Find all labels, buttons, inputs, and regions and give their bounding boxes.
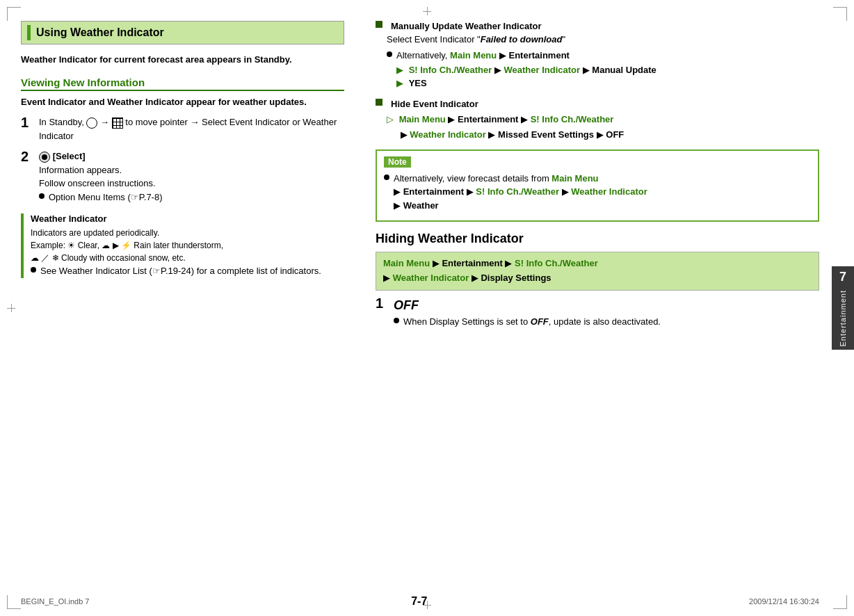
manually-ent: Entertainment <box>509 50 570 60</box>
tab-number: 7 <box>839 270 846 284</box>
hiding-bullet-text: When Display Settings is set to OFF, upd… <box>403 315 661 329</box>
left-column: Using Weather Indicator Weather Indicato… <box>21 21 355 588</box>
manually-mu: Manual Update <box>592 65 656 75</box>
hide-arrow5: ▶ <box>597 129 606 140</box>
page-container: 7 Entertainment Using Weather Indicator … <box>0 0 854 616</box>
manually-title: Manually Update Weather Indicator <box>391 21 541 31</box>
footer-right: 2009/12/14 16:30:24 <box>749 597 819 606</box>
note-bullet-dot <box>384 175 389 180</box>
manually-si: S! Info Ch./Weather <box>409 65 492 75</box>
note-label: Note <box>384 156 411 168</box>
hiding-arrow4: ▶ <box>472 273 481 283</box>
hiding-mm: Main Menu <box>383 258 430 268</box>
off-label: OFF <box>394 296 819 315</box>
right-column: Manually Update Weather Indicator Select… <box>369 21 819 588</box>
note-mm: Main Menu <box>551 173 598 184</box>
hide-tri-1: ▷ <box>387 114 394 124</box>
hide-off: OFF <box>606 129 624 140</box>
hiding-arrow3: ▶ <box>383 273 393 283</box>
step-2-label: [Select] <box>39 149 344 163</box>
step-2-select-label: [Select] <box>53 151 86 161</box>
corner-br <box>833 595 847 609</box>
weather-bullet-dot <box>31 267 36 273</box>
hide-wi: Weather Indicator <box>410 129 486 140</box>
note-si: S! Info Ch./Weather <box>476 186 559 197</box>
failed-text: Failed to download <box>481 34 563 44</box>
weather-box-bullet: See Weather Indicator List (☞P.19-24) fo… <box>31 264 344 278</box>
step-2-line2: Follow onscreen instructions. <box>39 177 344 191</box>
manually-sub: Select Event Indicator "Failed to downlo… <box>376 34 819 44</box>
hiding-ent: Entertainment <box>442 258 502 268</box>
hide-arrow1: ▶ <box>448 114 458 124</box>
step-2-bullet: Option Menu Items (☞P.7-8) <box>39 191 344 204</box>
hiding-si: S! Info Ch./Weather <box>515 258 598 268</box>
note-bullet-content: Alternatively, view forecast details fro… <box>394 172 647 213</box>
footer-left: BEGIN_E_OI.indb 7 <box>21 597 89 606</box>
corner-tr <box>833 7 847 21</box>
hiding-arrow1: ▶ <box>433 258 442 268</box>
hiding-wi: Weather Indicator <box>393 273 469 283</box>
hide-arrow3: ▶ <box>401 129 410 140</box>
hide-ent: Entertainment <box>458 114 518 124</box>
page-number: 7-7 <box>411 595 427 608</box>
sq-bullet-manually <box>376 21 382 28</box>
hiding-step-number: 1 <box>376 296 388 332</box>
note-arrow2: ▶ <box>467 186 476 197</box>
step-1-text: In Standby, → to move pointer → Select E… <box>39 117 337 141</box>
weather-box-line3: ☁ ／ ❄ Cloudy with occasional snow, etc. <box>31 252 344 264</box>
manually-arrow4: ▶ <box>583 65 593 75</box>
weather-box-line2: Example: ☀ Clear, ☁ ▶ ⚡ Rain later thund… <box>31 239 344 252</box>
hide-mes: Missed Event Settings <box>498 129 594 140</box>
note-weather: Weather <box>403 200 439 211</box>
manually-bullet-dot <box>387 51 392 57</box>
step-1-number: 1 <box>21 115 33 143</box>
step-2-line1: Information appears. <box>39 163 344 177</box>
content-area: Using Weather Indicator Weather Indicato… <box>21 21 819 588</box>
corner-tl <box>7 7 21 21</box>
hide-title: Hide Event Indicator <box>391 99 478 109</box>
select-icon <box>39 152 50 163</box>
sq-bullet-hide <box>376 99 382 106</box>
spacer1 <box>376 93 819 99</box>
note-bullet: Alternatively, view forecast details fro… <box>384 172 811 213</box>
hide-header-row: Hide Event Indicator <box>376 99 819 109</box>
hiding-path-box: Main Menu ▶ Entertainment ▶ S! Info Ch./… <box>376 252 819 291</box>
step-1: 1 In Standby, → to move pointer → Select… <box>21 115 344 143</box>
viewing-heading: Viewing New Information <box>21 76 344 91</box>
note-ent: Entertainment <box>403 186 464 197</box>
manually-header-row: Manually Update Weather Indicator <box>376 21 819 31</box>
off-inline: OFF <box>531 316 549 327</box>
right-tab: 7 Entertainment <box>832 266 854 350</box>
manually-arrow1: ▶ <box>499 50 509 60</box>
weather-body-text: Weather Indicator for current forecast a… <box>21 53 344 67</box>
hiding-section-title: Hiding Weather Indicator <box>376 232 819 246</box>
hiding-step-content: OFF When Display Settings is set to OFF,… <box>394 296 819 332</box>
tri-2: ▶ <box>396 78 403 88</box>
note-wi: Weather Indicator <box>571 186 647 197</box>
circle-icon <box>86 117 97 129</box>
hide-si: S! Info Ch./Weather <box>531 114 614 124</box>
hide-arrow4: ▶ <box>488 129 498 140</box>
step-2-number: 2 <box>21 149 33 206</box>
grid-icon <box>112 117 123 129</box>
hide-nav: ▷ Main Menu ▶ Entertainment ▶ S! Info Ch… <box>376 112 819 143</box>
manually-yes: YES <box>409 78 427 88</box>
manually-mm: Main Menu <box>450 50 497 60</box>
note-arrow1: ▶ <box>394 186 403 197</box>
hiding-ds: Display Settings <box>481 273 551 283</box>
manually-bullet-content: Alternatively, Main Menu ▶ Entertainment… <box>396 49 656 90</box>
hiding-step-1: 1 OFF When Display Settings is set to OF… <box>376 296 819 332</box>
step-1-content: In Standby, → to move pointer → Select E… <box>39 115 344 143</box>
weather-indicator-box: Weather Indicator Indicators are updated… <box>21 213 344 278</box>
note-arrow4: ▶ <box>394 200 403 211</box>
footer: BEGIN_E_OI.indb 7 7-7 2009/12/14 16:30:2… <box>21 595 819 608</box>
manually-bullet: Alternatively, Main Menu ▶ Entertainment… <box>376 49 819 90</box>
corner-bl <box>7 595 21 609</box>
heading-bar <box>27 25 31 40</box>
cross-top <box>423 7 431 15</box>
viewing-body: Event Indicator and Weather Indicator ap… <box>21 95 344 109</box>
step-2-content: [Select] Information appears. Follow ons… <box>39 149 344 206</box>
note-box: Note Alternatively, view forecast detail… <box>376 149 819 222</box>
note-arrow3: ▶ <box>562 186 572 197</box>
hide-arrow2: ▶ <box>521 114 531 124</box>
